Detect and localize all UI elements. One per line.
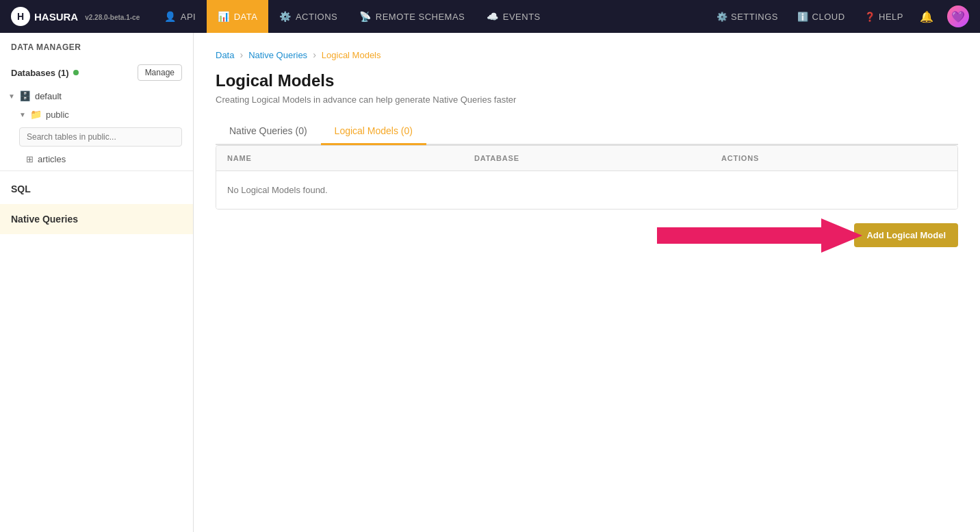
breadcrumb: Data › Native Queries › Logical Models (216, 49, 958, 60)
databases-text: Databases (1) (11, 68, 69, 78)
databases-row: Databases (1) Manage (0, 59, 193, 86)
page-title: Logical Models (216, 71, 958, 90)
tab-logical-models[interactable]: Logical Models (0) (321, 118, 426, 145)
heart-avatar[interactable]: 💜 (947, 5, 969, 27)
actions-icon: ⚙️ (279, 11, 292, 22)
search-wrapper (0, 123, 193, 151)
default-db-item[interactable]: ▼ 🗄️ default (0, 86, 193, 105)
add-logical-model-button[interactable]: Add Logical Model (854, 223, 958, 247)
svg-marker-0 (657, 218, 862, 253)
remote-schemas-icon: 📡 (359, 11, 372, 22)
table-name-articles: articles (38, 154, 66, 164)
page-subtitle: Creating Logical Models in advance can h… (216, 94, 958, 105)
search-input[interactable] (19, 127, 182, 147)
sidebar-item-native-queries[interactable]: Native Queries (0, 204, 193, 234)
breadcrumb-native-queries-link[interactable]: Native Queries (248, 50, 307, 60)
api-icon: 👤 (164, 11, 177, 22)
database-icon: 🗄️ (19, 90, 31, 101)
cloud-label: CLOUD (812, 12, 845, 22)
logo-icon: H (11, 7, 30, 26)
nav-remote-schemas-label: REMOTE SCHEMAS (376, 12, 465, 22)
cloud-nav[interactable]: ℹ️ CLOUD (789, 0, 853, 33)
sql-label: SQL (11, 183, 31, 194)
nav-actions-label: ACTIONS (296, 12, 337, 22)
nav-items: 👤 API 📊 DATA ⚙️ ACTIONS 📡 REMOTE SCHEMAS… (153, 0, 708, 33)
nav-events[interactable]: ☁️ EVENTS (476, 0, 552, 33)
nav-api[interactable]: 👤 API (153, 0, 207, 33)
col-name: NAME (216, 146, 463, 170)
table-body: No Logical Models found. (216, 171, 957, 209)
schema-folder-icon: 📁 (30, 109, 42, 120)
logical-models-table: NAME DATABASE ACTIONS No Logical Models … (216, 145, 958, 210)
sidebar-item-sql[interactable]: SQL (0, 174, 193, 204)
breadcrumb-sep-1: › (240, 49, 243, 60)
breadcrumb-current: Logical Models (322, 50, 381, 60)
help-icon: ❓ (864, 12, 876, 22)
sidebar-section-header: Data Manager (0, 33, 193, 59)
bell-icon[interactable]: 🔔 (914, 10, 939, 23)
tab-native-queries[interactable]: Native Queries (0) (216, 118, 321, 145)
help-label: HELP (879, 12, 903, 22)
col-database: DATABASE (463, 146, 710, 170)
manage-button[interactable]: Manage (138, 64, 182, 81)
schema-name: public (46, 110, 69, 120)
schema-item[interactable]: ▼ 📁 public (0, 105, 193, 123)
databases-label: Databases (1) (11, 68, 79, 78)
topnav-right: ⚙️ SETTINGS ℹ️ CLOUD ❓ HELP 🔔 💜 (708, 0, 970, 33)
logo-text: HASURA (34, 11, 78, 23)
settings-label: SETTINGS (731, 12, 778, 22)
nav-remote-schemas[interactable]: 📡 REMOTE SCHEMAS (348, 0, 476, 33)
table-header: NAME DATABASE ACTIONS (216, 146, 957, 171)
native-queries-label: Native Queries (11, 214, 78, 225)
cloud-info-icon: ℹ️ (797, 12, 809, 22)
empty-message: No Logical Models found. (216, 171, 957, 209)
nav-data[interactable]: 📊 DATA (207, 0, 268, 33)
logo[interactable]: H HASURA v2.28.0-beta.1-ce (11, 7, 140, 26)
tabs: Native Queries (0) Logical Models (0) (216, 118, 958, 145)
version-text: v2.28.0-beta.1-ce (85, 14, 140, 21)
nav-api-label: API (181, 12, 196, 22)
events-icon: ☁️ (487, 11, 499, 22)
sidebar-divider-1 (0, 170, 193, 171)
schema-chevron-icon: ▼ (19, 111, 26, 118)
connection-status-dot (73, 70, 79, 75)
main-content: Data › Native Queries › Logical Models L… (194, 33, 980, 532)
table-item-articles[interactable]: ⊞ articles (0, 151, 193, 168)
arrow-annotation (657, 215, 862, 256)
db-chevron-icon: ▼ (8, 92, 15, 100)
col-actions: ACTIONS (710, 146, 957, 170)
breadcrumb-sep-2: › (313, 49, 316, 60)
main-layout: Data Manager Databases (1) Manage ▼ 🗄️ d… (0, 33, 980, 532)
settings-icon: ⚙️ (717, 12, 728, 22)
top-navigation: H HASURA v2.28.0-beta.1-ce 👤 API 📊 DATA … (0, 0, 980, 33)
nav-data-label: DATA (234, 12, 258, 22)
nav-actions[interactable]: ⚙️ ACTIONS (268, 0, 348, 33)
help-nav[interactable]: ❓ HELP (856, 0, 912, 33)
data-icon: 📊 (218, 11, 230, 22)
table-grid-icon: ⊞ (26, 154, 34, 164)
sidebar: Data Manager Databases (1) Manage ▼ 🗄️ d… (0, 33, 194, 532)
add-button-row: Add Logical Model (216, 223, 958, 247)
nav-events-label: EVENTS (503, 12, 541, 22)
breadcrumb-data-link[interactable]: Data (216, 50, 234, 60)
db-name: default (35, 91, 62, 101)
settings-nav[interactable]: ⚙️ SETTINGS (708, 0, 787, 33)
